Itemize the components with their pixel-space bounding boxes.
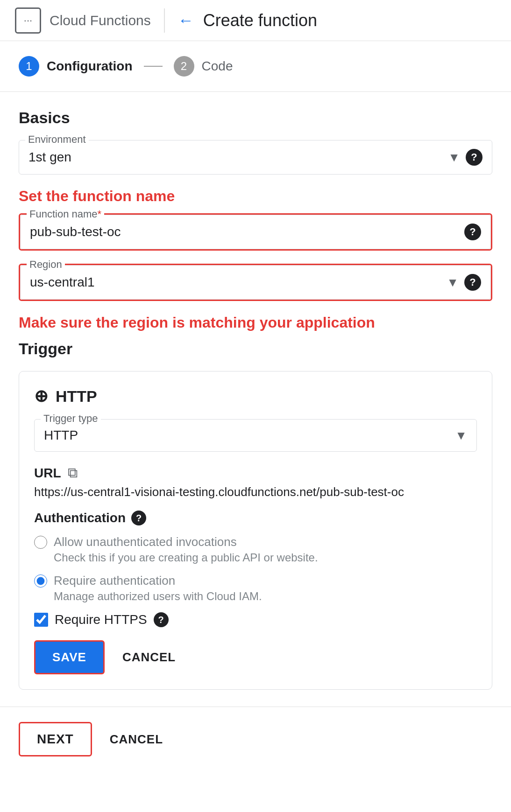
trigger-type-dropdown-arrow[interactable]: ▼ bbox=[455, 428, 467, 443]
https-help-icon[interactable]: ? bbox=[154, 612, 169, 627]
region-help-icon[interactable]: ? bbox=[464, 274, 481, 291]
url-row: URL ⧉ bbox=[34, 465, 477, 481]
logo-icon: ··· bbox=[15, 7, 41, 34]
auth-help-icon[interactable]: ? bbox=[131, 511, 146, 525]
https-checkbox-row: Require HTTPS ? bbox=[34, 612, 477, 627]
environment-field: Environment ▼ ? bbox=[19, 140, 492, 175]
step-2[interactable]: 2 Code bbox=[174, 56, 233, 77]
radio-unauthenticated-sub: Check this if you are creating a public … bbox=[54, 551, 477, 564]
radio-unauthenticated-input[interactable] bbox=[34, 536, 47, 549]
bottom-cancel-button[interactable]: CANCEL bbox=[105, 724, 168, 755]
basics-section-title: Basics bbox=[19, 109, 492, 127]
step-1-circle: 1 bbox=[19, 56, 39, 77]
radio-authenticated-label: Require authentication bbox=[54, 574, 175, 588]
step-1[interactable]: 1 Configuration bbox=[19, 56, 133, 77]
app-logo: ··· Cloud Functions bbox=[15, 7, 151, 34]
step-divider bbox=[144, 66, 163, 67]
trigger-heading-text: HTTP bbox=[56, 387, 97, 406]
url-value: https://us-central1-visionai-testing.clo… bbox=[34, 485, 477, 499]
function-name-input[interactable] bbox=[30, 224, 459, 239]
function-name-help-icon[interactable]: ? bbox=[464, 224, 481, 240]
annotation-function-name: Set the function name bbox=[19, 188, 492, 205]
radio-unauthenticated-label: Allow unauthenticated invocations bbox=[54, 535, 237, 549]
page-title: Create function bbox=[203, 11, 317, 30]
radio-authenticated: Require authentication Manage authorized… bbox=[34, 574, 477, 603]
copy-icon[interactable]: ⧉ bbox=[68, 465, 78, 481]
trigger-card: ⊕ HTTP Trigger type ▼ URL ⧉ https://us-c… bbox=[19, 371, 492, 690]
auth-label-row: Authentication ? bbox=[34, 511, 477, 525]
environment-dropdown-arrow[interactable]: ▼ bbox=[448, 150, 460, 165]
bottom-bar: NEXT CANCEL bbox=[0, 707, 511, 771]
trigger-type-label: Trigger type bbox=[41, 413, 101, 425]
radio-unauthenticated: Allow unauthenticated invocations Check … bbox=[34, 535, 477, 564]
trigger-buttons: SAVE CANCEL bbox=[34, 640, 477, 674]
trigger-heading-row: ⊕ HTTP bbox=[34, 386, 477, 406]
radio-authenticated-input[interactable] bbox=[34, 574, 47, 588]
step-1-label: Configuration bbox=[47, 59, 133, 74]
url-label: URL bbox=[34, 466, 61, 481]
annotation-region: Make sure the region is matching your ap… bbox=[19, 314, 492, 331]
trigger-cancel-button[interactable]: CANCEL bbox=[118, 642, 180, 673]
environment-label: Environment bbox=[25, 133, 89, 146]
auth-label-text: Authentication bbox=[34, 511, 126, 525]
trigger-type-input[interactable] bbox=[44, 428, 449, 443]
radio-authenticated-sub: Manage authorized users with Cloud IAM. bbox=[54, 590, 477, 603]
region-field: Region ▼ ? bbox=[19, 264, 492, 301]
trigger-type-field: Trigger type ▼ bbox=[34, 419, 477, 452]
stepper: 1 Configuration 2 Code bbox=[0, 41, 511, 92]
back-navigation[interactable]: ← Create function bbox=[178, 11, 317, 30]
environment-input-row[interactable]: ▼ ? bbox=[19, 140, 492, 175]
step-2-label: Code bbox=[202, 59, 233, 74]
header-divider bbox=[164, 8, 165, 33]
main-content: Basics Environment ▼ ? Set the function … bbox=[0, 92, 511, 707]
step-2-circle: 2 bbox=[174, 56, 194, 77]
region-input[interactable] bbox=[30, 275, 441, 290]
back-arrow-icon[interactable]: ← bbox=[178, 11, 194, 29]
https-checkbox[interactable] bbox=[34, 613, 48, 627]
next-button[interactable]: NEXT bbox=[19, 722, 92, 756]
header: ··· Cloud Functions ← Create function bbox=[0, 0, 511, 41]
environment-help-icon[interactable]: ? bbox=[466, 149, 483, 166]
trigger-section-title: Trigger bbox=[19, 340, 492, 358]
http-icon: ⊕ bbox=[34, 386, 48, 406]
save-button[interactable]: SAVE bbox=[34, 640, 105, 674]
function-name-field: Function name* ? bbox=[19, 213, 492, 251]
region-dropdown-arrow[interactable]: ▼ bbox=[447, 275, 459, 290]
https-label: Require HTTPS bbox=[55, 612, 147, 627]
region-input-row[interactable]: ▼ ? bbox=[20, 265, 491, 300]
region-label: Region bbox=[27, 259, 65, 271]
app-name: Cloud Functions bbox=[50, 13, 151, 28]
function-name-label: Function name* bbox=[27, 208, 104, 220]
environment-input[interactable] bbox=[28, 150, 442, 165]
